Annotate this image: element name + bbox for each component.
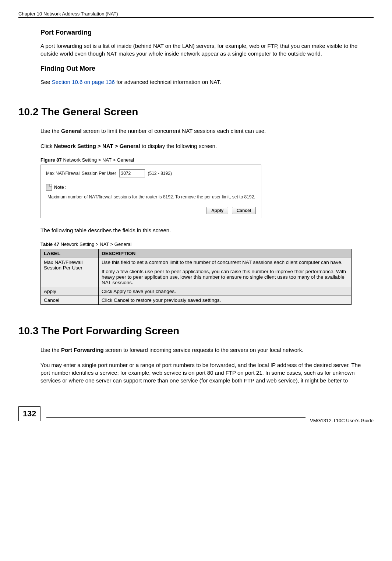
- table-row: Apply Click Apply to save your changes.: [41, 287, 352, 296]
- text-bold: General: [61, 128, 82, 134]
- heading-10-2: 10.2 The General Screen: [18, 106, 374, 118]
- note-body: Maximum number of NAT/firewall sessions …: [47, 194, 256, 200]
- para-10-2-nav: Click Network Setting > NAT > General to…: [40, 142, 372, 150]
- max-session-input[interactable]: [119, 169, 145, 177]
- text: screen to forward incoming service reque…: [104, 347, 304, 353]
- apply-button[interactable]: Apply: [206, 207, 228, 214]
- para-port-forwarding: A port forwarding set is a list of insid…: [40, 42, 372, 57]
- text: screen to limit the number of concurrent…: [82, 128, 266, 134]
- cell-label: Apply: [41, 287, 99, 296]
- figure-caption: Figure 87 Network Setting > NAT > Genera…: [40, 157, 374, 163]
- cross-ref-link[interactable]: Section 10.6 on page 136: [52, 79, 115, 85]
- text: to display the following screen.: [140, 143, 217, 149]
- running-header: Chapter 10 Network Address Translation (…: [18, 11, 374, 18]
- cancel-button[interactable]: Cancel: [232, 207, 256, 214]
- text-bold: Apply: [113, 289, 126, 294]
- cell-desc: Use this field to set a common limit to …: [99, 258, 352, 287]
- text: Use this field to set a common limit to …: [102, 260, 348, 265]
- table-number: Table 47: [40, 241, 59, 247]
- field-range: (512 - 8192): [148, 171, 172, 176]
- heading-port-forwarding: Port Forwarding: [40, 29, 374, 36]
- text: Use the: [40, 347, 61, 353]
- table-intro: The following table describes the fields…: [40, 226, 372, 234]
- page-number: 132: [18, 406, 40, 421]
- cell-desc: Click Apply to save your changes.: [99, 287, 352, 296]
- text-bold: Network Setting > NAT > General: [54, 143, 140, 149]
- text: Click: [102, 297, 114, 303]
- table-title: Network Setting > NAT > General: [59, 241, 131, 247]
- page-footer: 132 VMG1312-T10C User's Guide: [18, 406, 374, 421]
- col-header-label: LABEL: [41, 249, 99, 258]
- text: for advanced technical information on NA…: [115, 79, 221, 85]
- screenshot-nat-general: Max NAT/Firewall Session Per User (512 -…: [40, 165, 261, 218]
- table-row: Max NAT/Firewall Session Per User Use th…: [41, 258, 352, 287]
- text: Click: [40, 143, 54, 149]
- text: to save your changes.: [126, 289, 176, 294]
- figure-number: Figure 87: [40, 157, 62, 163]
- text-bold: Port Forwarding: [61, 347, 104, 353]
- heading-10-3: 10.3 The Port Forwarding Screen: [18, 325, 374, 337]
- col-header-desc: DESCRIPTION: [99, 249, 352, 258]
- text: If only a few clients use peer to peer a…: [102, 269, 348, 285]
- para-10-2-intro: Use the General screen to limit the numb…: [40, 127, 372, 135]
- para-10-3-body: You may enter a single port number or a …: [40, 361, 372, 384]
- heading-finding-out-more: Finding Out More: [40, 65, 374, 73]
- para-10-3-intro: Use the Port Forwarding screen to forwar…: [40, 346, 372, 354]
- note-icon: [46, 184, 52, 191]
- text-bold: Cancel: [114, 297, 129, 303]
- field-label: Max NAT/Firewall Session Per User: [46, 171, 116, 176]
- cell-desc: Click Cancel to restore your previously …: [99, 296, 352, 305]
- note-label: Note :: [54, 185, 67, 190]
- cell-label: Max NAT/Firewall Session Per User: [41, 258, 99, 287]
- para-finding-out-more: See Section 10.6 on page 136 for advance…: [40, 78, 372, 86]
- footer-guide-name: VMG1312-T10C User's Guide: [310, 418, 374, 423]
- figure-title: Network Setting > NAT > General: [62, 157, 134, 163]
- text: Click: [102, 289, 113, 294]
- text: See: [40, 79, 52, 85]
- text: to restore your previously saved setting…: [129, 297, 221, 303]
- table-row: Cancel Click Cancel to restore your prev…: [41, 296, 352, 305]
- table-nat-general: LABEL DESCRIPTION Max NAT/Firewall Sessi…: [40, 249, 352, 305]
- table-caption: Table 47 Network Setting > NAT > General: [40, 241, 374, 247]
- text: Use the: [40, 128, 61, 134]
- cell-label: Cancel: [41, 296, 99, 305]
